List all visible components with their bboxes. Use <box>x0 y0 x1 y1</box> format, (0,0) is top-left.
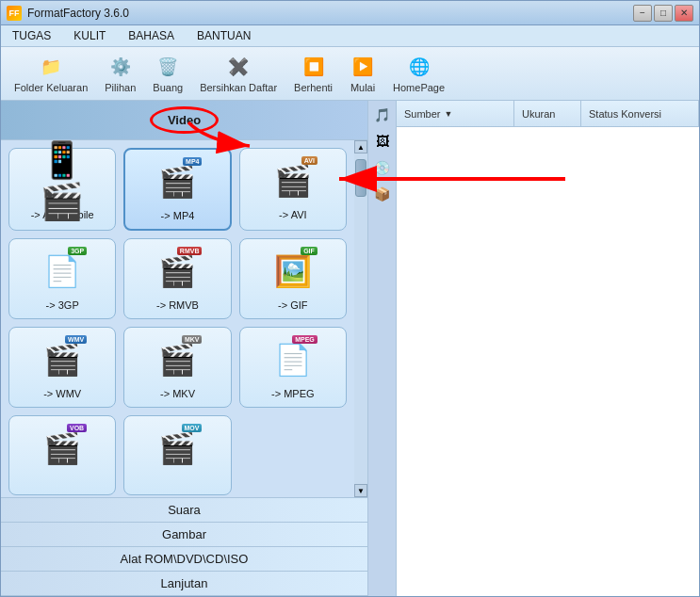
gif-icon: 🖼️ GIF <box>270 249 316 294</box>
ukuran-label: Ukuran <box>522 108 555 120</box>
3gp-icon: 📄 3GP <box>40 249 85 294</box>
mkv-label: -> MKV <box>160 388 195 399</box>
menubar: TUGAS KULIT BAHASA BANTUAN <box>1 25 699 47</box>
web-icon: 🌐 <box>406 54 432 80</box>
right-content-area <box>397 127 699 596</box>
folder-label: Folder Keluaran <box>14 82 88 93</box>
pilihan-button[interactable]: ⚙️ Pilihan <box>99 51 141 96</box>
mulai-button[interactable]: ▶️ Mulai <box>344 51 382 96</box>
main-window: FF FormatFactory 3.6.0 − □ ✕ TUGAS KULIT… <box>0 0 700 597</box>
side-icon-disc[interactable]: 💿 <box>372 157 393 178</box>
menu-bantuan[interactable]: BANTUAN <box>193 27 254 44</box>
gambar-section[interactable]: Gambar <box>1 523 367 547</box>
mpeg-label: -> MPEG <box>271 388 315 399</box>
avi-label: -> AVI <box>279 209 306 220</box>
title-buttons: − □ ✕ <box>633 5 693 22</box>
content-area: Video 📱🎬 -> Alat Mobile <box>1 101 699 596</box>
mulai-label: Mulai <box>350 82 375 93</box>
format-grid-container: 📱🎬 -> Alat Mobile 🎬 MP4 -> MP4 <box>1 140 354 497</box>
lanjutan-section[interactable]: Lanjutan <box>1 572 367 596</box>
buang-button[interactable]: 🗑️ Buang <box>147 51 188 96</box>
maximize-button[interactable]: □ <box>654 5 673 22</box>
grid-item-mp4[interactable]: 🎬 MP4 -> MP4 <box>123 148 231 231</box>
clear-icon: ✖️ <box>225 54 252 80</box>
buang-label: Buang <box>153 82 183 93</box>
sections-bottom: Suara Gambar Alat ROM\DVD\CD\ISO Lanjuta… <box>1 497 367 596</box>
suara-section[interactable]: Suara <box>1 498 367 523</box>
mov-icon: 🎬 MOV <box>155 426 200 471</box>
close-button[interactable]: ✕ <box>675 5 693 22</box>
rmvb-icon: 🎬 RMVB <box>155 249 200 294</box>
grid-item-wmv[interactable]: 🎬 WMV -> WMV <box>8 327 116 408</box>
side-icon-audio[interactable]: 🎵 <box>372 105 393 125</box>
toolbar: 📁 Folder Keluaran ⚙️ Pilihan 🗑️ Buang ✖️… <box>1 47 699 101</box>
gear-icon: ⚙️ <box>107 54 134 80</box>
bersihkan-label: Bersihkan Daftar <box>200 82 277 93</box>
grid-item-mpeg[interactable]: 📄 MPEG -> MPEG <box>239 327 347 408</box>
mkv-badge: MKV <box>182 335 203 344</box>
left-panel: Video 📱🎬 -> Alat Mobile <box>1 101 368 596</box>
pilihan-label: Pilihan <box>105 82 136 93</box>
berhenti-button[interactable]: ⏹️ Berhenti <box>288 51 338 96</box>
left-icons-panel: 🎵 🖼 💿 📦 <box>368 101 397 596</box>
suara-label: Suara <box>168 503 201 517</box>
menu-bahasa[interactable]: BAHASA <box>124 27 178 44</box>
lanjutan-label: Lanjutan <box>161 576 208 590</box>
scroll-up-arrow[interactable]: ▲ <box>354 140 367 153</box>
grid-item-mobile[interactable]: 📱🎬 -> Alat Mobile <box>8 148 116 231</box>
vob-icon: 🎬 VOB <box>40 426 85 471</box>
mobile-icon: 📱🎬 <box>40 158 85 203</box>
grid-item-gif[interactable]: 🖼️ GIF -> GIF <box>239 238 347 319</box>
play-icon: ▶️ <box>350 54 376 80</box>
berhenti-label: Berhenti <box>294 82 333 93</box>
trash-icon: 🗑️ <box>155 54 181 80</box>
video-label: Video <box>168 113 201 127</box>
alat-section[interactable]: Alat ROM\DVD\CD\ISO <box>1 547 367 572</box>
wmv-label: -> WMV <box>43 388 81 399</box>
mp4-badge: MP4 <box>183 157 202 166</box>
sumber-label: Sumber <box>404 108 441 120</box>
mp4-icon: 🎬 MP4 <box>155 159 200 204</box>
folder-keluaran-button[interactable]: 📁 Folder Keluaran <box>8 51 93 96</box>
wmv-icon: 🎬 WMV <box>40 337 85 382</box>
title-bar: FF FormatFactory 3.6.0 − □ ✕ <box>1 1 699 25</box>
menu-kulit[interactable]: KULIT <box>70 27 109 44</box>
grid-item-avi[interactable]: 🎬 AVI -> AVI <box>239 148 347 231</box>
side-icon-box[interactable]: 📦 <box>372 184 393 204</box>
mkv-icon: 🎬 MKV <box>155 337 200 382</box>
gif-badge: GIF <box>301 247 317 255</box>
avi-badge: AVI <box>301 156 317 165</box>
col-status: Status Konversi <box>581 101 699 126</box>
col-ukuran: Ukuran <box>514 101 581 126</box>
video-oval: Video <box>150 106 219 134</box>
mp4-label: -> MP4 <box>161 210 195 221</box>
grid-item-3gp[interactable]: 📄 3GP -> 3GP <box>8 238 116 319</box>
grid-item-vob[interactable]: 🎬 VOB <box>8 415 116 495</box>
avi-icon: 🎬 AVI <box>270 158 316 203</box>
minimize-button[interactable]: − <box>633 5 652 22</box>
scrollbar-track[interactable]: ▲ ▼ <box>354 140 367 497</box>
app-icon: FF <box>7 6 22 21</box>
format-grid: 📱🎬 -> Alat Mobile 🎬 MP4 -> MP4 <box>8 148 347 495</box>
folder-icon: 📁 <box>38 54 64 80</box>
scroll-down-arrow[interactable]: ▼ <box>354 484 367 497</box>
homepage-button[interactable]: 🌐 HomePage <box>387 51 450 96</box>
3gp-label: -> 3GP <box>46 299 79 311</box>
side-icon-image[interactable]: 🖼 <box>372 131 393 152</box>
mpeg-badge: MPEG <box>292 335 317 344</box>
grid-item-mov[interactable]: 🎬 MOV <box>123 415 231 495</box>
rmvb-badge: RMVB <box>177 247 203 255</box>
right-panel-header: Sumber ▼ Ukuran Status Konversi <box>397 101 699 127</box>
scrollbar-thumb[interactable] <box>355 159 366 197</box>
video-section-header[interactable]: Video <box>1 101 367 140</box>
grid-item-mkv[interactable]: 🎬 MKV -> MKV <box>123 327 231 408</box>
status-label: Status Konversi <box>589 108 661 120</box>
mov-badge: MOV <box>182 424 203 432</box>
bersihkan-button[interactable]: ✖️ Bersihkan Daftar <box>194 51 283 96</box>
window-title: FormatFactory 3.6.0 <box>27 7 129 20</box>
grid-item-rmvb[interactable]: 🎬 RMVB -> RMVB <box>123 238 231 319</box>
menu-tugas[interactable]: TUGAS <box>8 27 55 44</box>
gif-label: -> GIF <box>278 299 307 311</box>
homepage-label: HomePage <box>393 82 445 93</box>
col-sumber: Sumber ▼ <box>397 101 514 126</box>
